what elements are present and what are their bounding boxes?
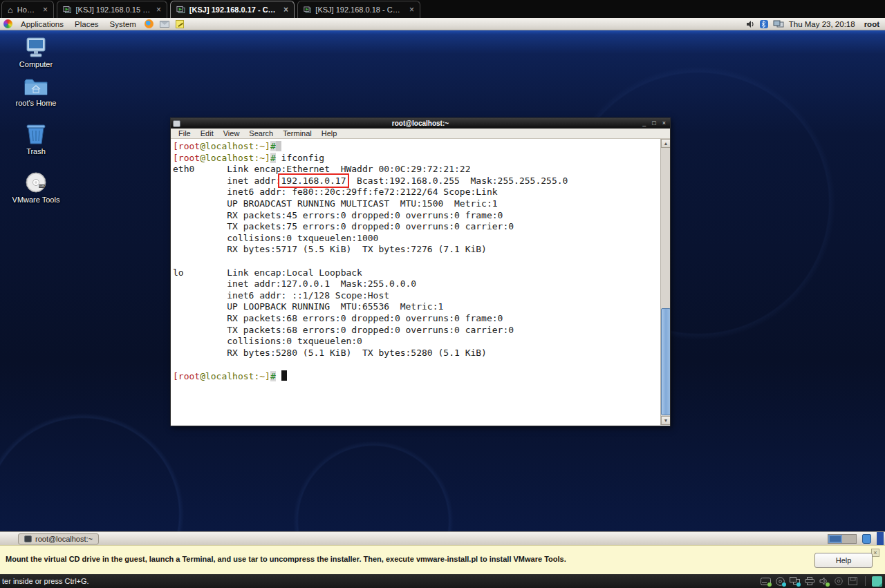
terminal-line: inet addr:192.168.0.17 Bcast:192.168.0.2… (173, 176, 659, 187)
desktop-icon-vmware-tools[interactable]: DVD VMware Tools (7, 171, 65, 204)
menu-system[interactable]: System (104, 18, 142, 30)
desktop-icon-label: root's Home (16, 99, 57, 107)
tab-label: Home (17, 6, 37, 14)
close-button[interactable]: × (662, 120, 666, 126)
desktop-icon-label: Trash (26, 147, 46, 155)
hard-disk-icon[interactable] (760, 576, 772, 587)
terminal-body-lines: [root@localhost:~]# [root@localhost:~]# … (173, 141, 659, 382)
tab-vm-kali[interactable]: [KSJ] 192.168.0.15 - Kali × (57, 1, 167, 18)
panel-user[interactable]: root (864, 20, 879, 28)
desktop-icon-home[interactable]: root's Home (7, 75, 65, 107)
cd-rom-icon[interactable] (774, 576, 786, 587)
distro-logo-icon[interactable] (2, 19, 13, 29)
gnome-taskbar: root@localhost:~ (0, 531, 885, 545)
terminal-line: lo Link encap:Local Loopback (173, 267, 659, 279)
terminal-line: [root@localhost:~]# (173, 141, 659, 153)
home-folder-icon (24, 75, 48, 97)
terminal-menu-help[interactable]: Help (317, 129, 342, 137)
close-icon[interactable]: × (43, 5, 48, 15)
terminal-titlebar[interactable]: root@localhost:~ _ □ × (171, 118, 670, 129)
close-icon[interactable]: × (409, 5, 414, 15)
terminal-menu-edit[interactable]: Edit (196, 129, 218, 137)
terminal-line: UP BROADCAST RUNNING MULTICAST MTU:1500 … (173, 198, 659, 210)
gnome-top-panel: Applications Places System Thu May 23, 2… (0, 18, 885, 30)
network-displays-icon[interactable] (773, 20, 784, 28)
terminal-line: collisions:0 txqueuelen:0 (173, 336, 659, 348)
terminal-task-icon (24, 535, 32, 542)
vm-console-icon (63, 6, 71, 14)
home-icon: ⌂ (8, 6, 13, 15)
terminal-line: RX bytes:5280 (5.1 KiB) TX bytes:5280 (5… (173, 348, 659, 359)
maximize-button[interactable]: □ (652, 120, 655, 126)
vmware-notification-bar: × Mount the virtual CD drive in the gues… (0, 545, 885, 574)
desktop-icon-trash[interactable]: Trash (7, 123, 65, 155)
floppy-icon[interactable] (847, 576, 859, 587)
mail-icon[interactable] (159, 19, 170, 29)
terminal-menu-view[interactable]: View (218, 129, 245, 137)
task-button-terminal[interactable]: root@localhost:~ (18, 533, 99, 544)
status-message: ter inside or press Ctrl+G. (0, 577, 89, 585)
dvd-disc-icon: DVD (25, 171, 47, 193)
message-log-icon[interactable] (872, 576, 882, 587)
scrollbar-thumb[interactable] (661, 308, 670, 415)
scroll-down-icon[interactable]: ▼ (661, 416, 670, 425)
terminal-menu-search[interactable]: Search (244, 129, 278, 137)
vmware-status-bar: ter inside or press Ctrl+G. (0, 574, 885, 588)
terminal-line: [root@localhost:~]# ifconfig (173, 153, 659, 164)
desktop-icon-computer[interactable]: Computer (7, 36, 65, 68)
terminal-window-icon[interactable] (173, 120, 180, 127)
scroll-up-icon[interactable]: ▲ (661, 139, 670, 148)
taskbar-trash-icon[interactable] (862, 534, 871, 544)
notes-icon[interactable] (174, 19, 185, 29)
terminal-line: TX packets:75 errors:0 dropped:0 overrun… (173, 221, 659, 233)
ip-annotation-box: 192.168.0.17 (278, 173, 350, 188)
terminal-line (173, 256, 659, 267)
sound-icon[interactable] (818, 576, 830, 587)
terminal-menu-file[interactable]: File (174, 129, 196, 137)
trash-icon (26, 123, 46, 145)
task-button-label: root@localhost:~ (35, 535, 93, 543)
close-icon[interactable]: × (156, 5, 161, 15)
screen: ⌂ Home × [KSJ] 192.168.0.15 - Kali × [KS… (0, 0, 885, 588)
volume-icon[interactable] (746, 20, 755, 28)
vm-console-icon (176, 6, 185, 14)
help-button[interactable]: Help (814, 553, 873, 568)
minimize-button[interactable]: _ (642, 120, 646, 126)
clock[interactable]: Thu May 23, 20:18 (789, 20, 855, 28)
terminal-title: root@localhost:~ (171, 120, 670, 127)
terminal-line: collisions:0 txqueuelen:1000 (173, 233, 659, 245)
desktop-icon-label: Computer (19, 60, 53, 68)
terminal-line: inet6 addr: fe80::20c:29ff:fe72:2122/64 … (173, 187, 659, 198)
menu-places[interactable]: Places (69, 18, 104, 30)
workspace-switcher[interactable] (828, 534, 857, 544)
firefox-icon[interactable] (144, 19, 155, 29)
svg-text:DVD: DVD (39, 184, 45, 188)
workspace-1[interactable] (828, 535, 842, 543)
statusbar-separator (865, 576, 866, 586)
tab-label: [KSJ] 192.168.0.17 - Cent... (189, 6, 278, 14)
tab-vm-centos-17[interactable]: [KSJ] 192.168.0.17 - Cent... × (170, 1, 295, 18)
printer-icon[interactable] (803, 576, 815, 587)
network-adapter-icon[interactable] (789, 576, 801, 587)
close-icon[interactable]: × (283, 5, 288, 15)
terminal-line: UP LOOPBACK RUNNING MTU:65536 Metric:1 (173, 301, 659, 313)
menu-applications[interactable]: Applications (15, 18, 69, 30)
terminal-cursor (281, 370, 287, 381)
terminal-body[interactable]: [root@localhost:~]# [root@localhost:~]# … (171, 139, 670, 425)
terminal-menu-terminal[interactable]: Terminal (278, 129, 317, 137)
notification-message: Mount the virtual CD drive in the guest,… (6, 555, 566, 563)
terminal-line (173, 359, 659, 370)
usb-device-icon[interactable] (832, 576, 844, 587)
computer-icon (24, 36, 48, 58)
workspace-2[interactable] (842, 535, 856, 543)
tab-home[interactable]: ⌂ Home × (1, 1, 54, 18)
bluetooth-icon[interactable] (760, 20, 768, 28)
terminal-scrollbar[interactable]: ▲ ▼ (660, 139, 670, 425)
terminal-line: inet addr:127.0.0.1 Mask:255.0.0.0 (173, 278, 659, 290)
terminal-line: RX packets:45 errors:0 dropped:0 overrun… (173, 210, 659, 222)
terminal-line: [root@localhost:~]# (173, 370, 659, 383)
tab-label: [KSJ] 192.168.0.18 - CentOS7.6 (315, 6, 404, 14)
tab-vm-centos-18[interactable]: [KSJ] 192.168.0.18 - CentOS7.6 × (297, 1, 420, 18)
terminal-line: RX packets:68 errors:0 dropped:0 overrun… (173, 313, 659, 325)
terminal-menubar: File Edit View Search Terminal Help (171, 129, 670, 139)
